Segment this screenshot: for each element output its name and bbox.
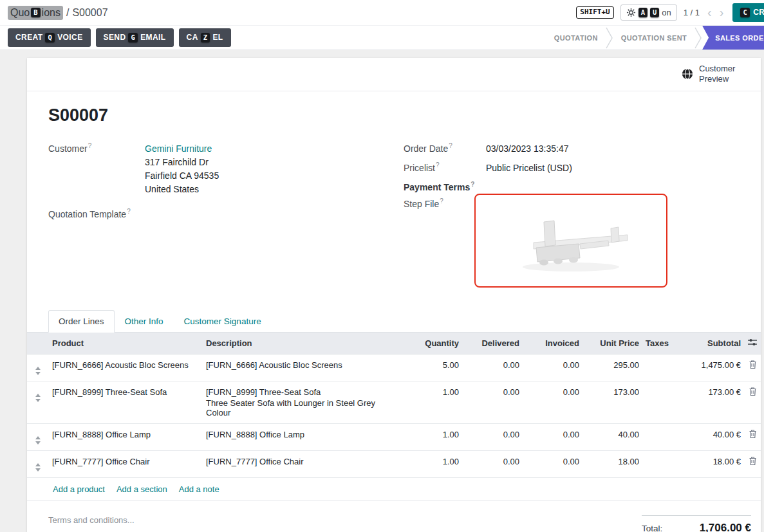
- pricelist-value[interactable]: Public Pricelist (USD): [486, 161, 572, 175]
- button-label-pre: CA: [187, 33, 198, 42]
- keyboard-hint-badge: A: [638, 8, 648, 18]
- stage-separator-icon: [606, 27, 613, 49]
- cancel-button[interactable]: CA Z EL: [179, 28, 231, 48]
- trash-icon: [749, 360, 756, 369]
- handle-column-header: [27, 333, 49, 354]
- cell-unit-price[interactable]: 295.00: [582, 354, 642, 381]
- cell-invoiced[interactable]: 0.00: [523, 354, 582, 381]
- action-menu-button[interactable]: A U on: [620, 5, 677, 21]
- sheet-fields: S00007 Customer? Gemini Furniture 317 Fa…: [27, 105, 761, 294]
- cell-taxes[interactable]: [642, 381, 673, 424]
- terms-and-conditions-field[interactable]: Terms and conditions...: [48, 515, 135, 525]
- pager: 1 / 1 ‹ ›: [684, 6, 727, 19]
- cell-subtotal: 173.00 €: [673, 381, 744, 424]
- stage-quotation[interactable]: QUOTATION: [546, 34, 606, 42]
- cell-taxes[interactable]: [642, 424, 673, 451]
- column-header-description: Description: [203, 333, 401, 354]
- column-header-delivered: Delivered: [462, 333, 523, 354]
- delete-line-button[interactable]: [749, 360, 756, 371]
- column-header-unit-price: Unit Price: [582, 333, 642, 354]
- optional-columns-button[interactable]: [748, 338, 757, 348]
- cell-invoiced[interactable]: 0.00: [523, 424, 582, 451]
- cell-product[interactable]: [FURN_8888] Office Lamp: [49, 424, 203, 451]
- create-button[interactable]: C CREATE: [732, 3, 764, 23]
- tab-customer-signature[interactable]: Customer Signature: [174, 310, 272, 333]
- description-line: [FURN_8999] Three-Seat Sofa: [206, 387, 398, 397]
- drag-handle[interactable]: [35, 367, 41, 375]
- delete-line-button[interactable]: [749, 457, 756, 467]
- pager-next-button[interactable]: ›: [717, 6, 727, 19]
- keyboard-hint-badge: Z: [201, 33, 210, 43]
- cell-product[interactable]: [FURN_7777] Office Chair: [49, 451, 203, 478]
- sheet-header-row: Customer Preview: [27, 58, 761, 91]
- column-header-product: Product: [49, 333, 203, 354]
- cell-quantity[interactable]: 1.00: [401, 451, 462, 478]
- order-date-label: Order Date?: [404, 142, 486, 154]
- cell-description[interactable]: [FURN_7777] Office Chair: [203, 451, 401, 478]
- cell-description[interactable]: [FURN_8999] Three-Seat Sofa Three Seater…: [203, 381, 401, 424]
- cell-invoiced[interactable]: 0.00: [523, 381, 582, 424]
- tab-other-info[interactable]: Other Info: [115, 310, 174, 333]
- action-bar: CREAT Q VOICE SEND G EMAIL CA Z EL QUOTA…: [0, 26, 764, 50]
- keyboard-hint-badge: Q: [45, 33, 55, 43]
- cell-delivered[interactable]: 0.00: [462, 354, 523, 381]
- pager-previous-button[interactable]: ‹: [705, 6, 714, 19]
- cell-product[interactable]: [FURN_6666] Acoustic Bloc Screens: [49, 354, 203, 381]
- column-header-subtotal: Subtotal: [673, 333, 744, 354]
- breadcrumb-parent-post: ions: [42, 7, 61, 19]
- stage-sales-order[interactable]: SALES ORDER: [702, 26, 764, 50]
- cell-taxes[interactable]: [642, 451, 673, 478]
- customer-address-line: 317 Fairchild Dr: [145, 156, 219, 169]
- cell-description[interactable]: [FURN_6666] Acoustic Bloc Screens: [203, 354, 401, 381]
- add-a-product-link[interactable]: Add a product: [53, 484, 105, 494]
- stage-separator-icon: [694, 27, 702, 49]
- cell-delivered[interactable]: 0.00: [462, 381, 523, 424]
- notebook-tabs: Order Lines Other Info Customer Signatur…: [27, 310, 761, 333]
- tab-order-lines[interactable]: Order Lines: [48, 310, 115, 333]
- create-invoice-button[interactable]: CREAT Q VOICE: [8, 28, 91, 48]
- page-title[interactable]: S00007: [48, 105, 740, 125]
- help-icon: ?: [436, 161, 440, 169]
- order-lines-table: Product Description Quantity Delivered I…: [27, 333, 761, 478]
- sliders-icon: [748, 338, 757, 346]
- cell-quantity[interactable]: 5.00: [401, 354, 462, 381]
- cell-unit-price[interactable]: 40.00: [582, 424, 642, 451]
- delete-line-button[interactable]: [749, 387, 756, 398]
- drag-handle[interactable]: [35, 436, 41, 445]
- cell-quantity[interactable]: 1.00: [401, 381, 462, 424]
- breadcrumb-quotations-link[interactable]: Quo B ions: [8, 6, 63, 20]
- drag-handle[interactable]: [35, 394, 41, 402]
- shortcut-badge: SHIFT+U: [576, 6, 613, 18]
- drag-handle[interactable]: [35, 463, 41, 472]
- add-a-section-link[interactable]: Add a section: [116, 484, 167, 494]
- cell-unit-price[interactable]: 18.00: [582, 451, 642, 478]
- cell-invoiced[interactable]: 0.00: [523, 451, 582, 478]
- cell-description[interactable]: [FURN_8888] Office Lamp: [203, 424, 401, 451]
- help-icon: ?: [127, 208, 131, 215]
- cell-quantity[interactable]: 1.00: [401, 424, 462, 451]
- cell-delivered[interactable]: 0.00: [462, 451, 523, 478]
- control-panel-right: SHIFT+U A U on 1 / 1 ‹ › C: [576, 3, 756, 23]
- column-header-invoiced: Invoiced: [523, 333, 582, 354]
- globe-icon: [682, 68, 693, 80]
- step-file-image[interactable]: [474, 194, 667, 288]
- cell-taxes[interactable]: [642, 354, 673, 381]
- column-header-quantity: Quantity: [401, 333, 462, 354]
- left-field-column: Customer? Gemini Furniture 317 Fairchild…: [48, 142, 404, 294]
- customer-link[interactable]: Gemini Furniture: [145, 143, 212, 154]
- gear-icon: [626, 8, 636, 17]
- stage-quotation-sent[interactable]: QUOTATION SENT: [613, 34, 694, 42]
- order-date-value[interactable]: 03/03/2023 13:35:47: [486, 142, 568, 156]
- cell-unit-price[interactable]: 173.00: [582, 381, 642, 424]
- field-payment-terms: Payment Terms?: [404, 181, 740, 192]
- customer-preview-button[interactable]: Customer Preview: [682, 64, 741, 85]
- delete-line-button[interactable]: [749, 430, 756, 440]
- keyboard-hint-badge: C: [740, 8, 750, 18]
- send-by-email-button[interactable]: SEND G EMAIL: [96, 28, 174, 48]
- chevron-left-icon: ‹: [707, 5, 712, 19]
- table-footer-links: Add a product Add a section Add a note: [27, 478, 761, 501]
- table-row: [FURN_6666] Acoustic Bloc Screens [FURN_…: [27, 354, 761, 381]
- add-a-note-link[interactable]: Add a note: [179, 484, 219, 494]
- cell-product[interactable]: [FURN_8999] Three-Seat Sofa: [49, 381, 203, 424]
- cell-delivered[interactable]: 0.00: [462, 424, 523, 451]
